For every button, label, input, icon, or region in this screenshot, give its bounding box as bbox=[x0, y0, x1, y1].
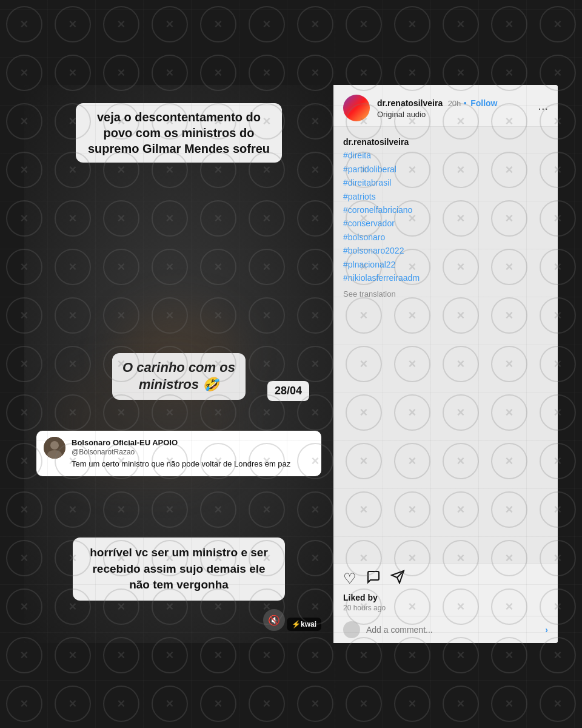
main-container: veja o descontentamento do povo com os m… bbox=[24, 85, 558, 643]
ig-avatar bbox=[343, 95, 370, 121]
ig-caption: dr.renatosilveira #direita #partidoliber… bbox=[343, 135, 548, 301]
post-time-ago: 20 hours ago bbox=[343, 604, 548, 612]
ig-header: dr.renatosilveira 20h • Follow Original … bbox=[333, 85, 558, 127]
ig-audio-label: Original audio bbox=[377, 110, 497, 119]
tweet-text: Tem um certo ministro que não pode volta… bbox=[72, 459, 314, 470]
bottom-bar bbox=[0, 643, 582, 728]
ig-content-area: dr.renatosilveira #direita #partidoliber… bbox=[333, 127, 558, 563]
top-bar bbox=[0, 0, 582, 85]
ig-caption-username: dr.renatosilveira bbox=[343, 137, 409, 147]
share-button[interactable] bbox=[390, 570, 405, 588]
follow-link[interactable]: Follow bbox=[470, 98, 497, 108]
tweet-content: Bolsonaro Oficial-EU APOIO @BolsonarotRa… bbox=[72, 437, 314, 470]
instagram-panel: dr.renatosilveira 20h • Follow Original … bbox=[333, 85, 558, 643]
mute-button[interactable]: 🔇 bbox=[263, 609, 285, 631]
more-options-button[interactable]: ··· bbox=[538, 101, 548, 115]
hashtag-10: #nikiolasferreiraadm bbox=[343, 273, 420, 283]
ig-username: dr.renatosilveira bbox=[377, 98, 443, 108]
mute-icon: 🔇 bbox=[268, 615, 280, 626]
date-badge: 28/04 bbox=[267, 381, 309, 401]
video-panel: veja o descontentamento do povo com os m… bbox=[24, 85, 333, 643]
post-comment-button[interactable]: › bbox=[545, 625, 548, 635]
comment-input[interactable] bbox=[366, 625, 540, 635]
hashtag-6: #conservador bbox=[343, 218, 395, 228]
hashtag-2: #partidoliberal bbox=[343, 164, 396, 174]
video-bubble-top: veja o descontentamento do povo com os m… bbox=[76, 103, 282, 163]
tweet-handle: @BolsonarotRazao bbox=[72, 448, 314, 456]
video-bubble-bottom: horrível vc ser um ministro e ser recebi… bbox=[73, 538, 285, 601]
kwai-logo: ⚡kwai bbox=[287, 618, 321, 631]
comment-button[interactable] bbox=[366, 570, 381, 588]
heart-button[interactable]: ♡ bbox=[343, 570, 356, 587]
tweet-avatar bbox=[44, 437, 65, 459]
ig-action-icons-row: ♡ bbox=[343, 570, 548, 588]
ig-comment-box: › bbox=[333, 616, 558, 643]
see-translation-link[interactable]: See translation bbox=[343, 288, 548, 301]
ig-username-row: dr.renatosilveira 20h • Follow bbox=[377, 98, 497, 109]
hashtag-5: #coronelfabriciano bbox=[343, 205, 412, 215]
ig-header-info: dr.renatosilveira 20h • Follow Original … bbox=[377, 98, 497, 119]
ig-post-time: 20h bbox=[448, 99, 461, 108]
follow-dot: • bbox=[464, 98, 467, 108]
svg-point-1 bbox=[50, 441, 59, 450]
ig-actions-bar: ♡ Liked by 20 hours ago bbox=[333, 563, 558, 616]
tweet-overlay-card: Bolsonaro Oficial-EU APOIO @BolsonarotRa… bbox=[36, 431, 321, 476]
hashtag-4: #patriots bbox=[343, 192, 376, 201]
hashtag-8: #bolsonaro2022 bbox=[343, 246, 404, 255]
hashtag-3: #direitabrasil bbox=[343, 178, 391, 187]
hashtag-7: #bolsonaro bbox=[343, 232, 385, 242]
hashtag-1: #direita bbox=[343, 150, 371, 160]
tweet-username: Bolsonaro Oficial-EU APOIO bbox=[72, 438, 178, 447]
ig-caption-hashtags: #direita #partidoliberal #direitabrasil … bbox=[343, 150, 420, 283]
video-bubble-middle: O carinho com os ministros 🤣 bbox=[112, 353, 246, 400]
liked-by-label: Liked by bbox=[343, 593, 548, 602]
hashtag-9: #plnacional22 bbox=[343, 260, 395, 269]
commenter-avatar bbox=[343, 621, 360, 638]
